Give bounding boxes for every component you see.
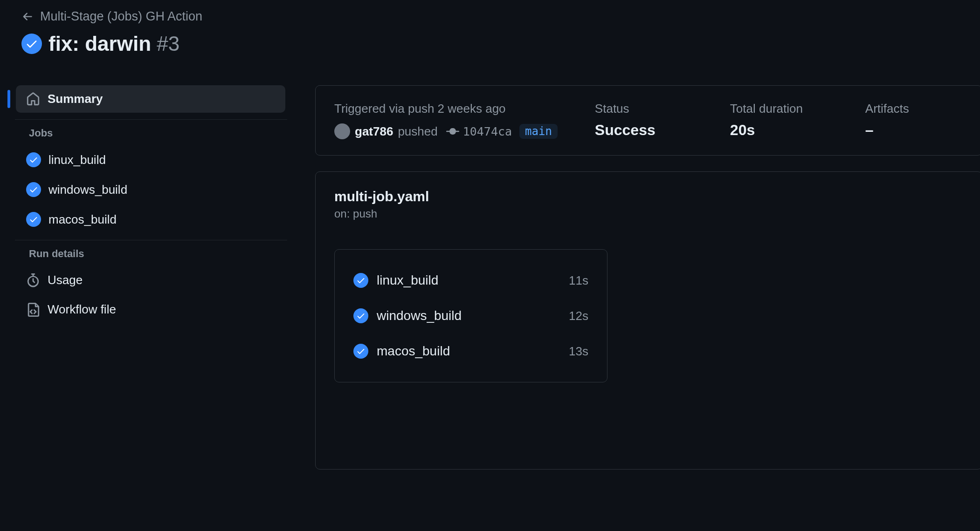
breadcrumb-workflow-name: Multi-Stage (Jobs) GH Action bbox=[40, 9, 202, 24]
file-code-icon bbox=[26, 303, 40, 317]
sidebar-workflow-file[interactable]: Workflow file bbox=[16, 296, 285, 323]
job-row-macos_build[interactable]: macos_build 13s bbox=[335, 334, 607, 369]
branch-badge[interactable]: main bbox=[519, 124, 558, 139]
artifacts-label: Artifacts bbox=[865, 102, 963, 116]
job-name: linux_build bbox=[377, 273, 560, 288]
sidebar-job-label: linux_build bbox=[48, 153, 106, 167]
job-row-linux_build[interactable]: linux_build 11s bbox=[335, 263, 607, 298]
job-duration: 12s bbox=[569, 309, 588, 323]
status-success-icon bbox=[353, 344, 368, 359]
sidebar-usage[interactable]: Usage bbox=[16, 266, 285, 294]
home-icon bbox=[26, 92, 40, 106]
status-success-icon bbox=[353, 273, 368, 288]
sidebar-job-linux_build[interactable]: linux_build bbox=[16, 146, 285, 174]
sidebar-job-label: windows_build bbox=[48, 183, 127, 197]
pushed-word: pushed bbox=[398, 124, 437, 139]
commit-link[interactable]: 10474ca bbox=[446, 125, 512, 138]
status-success-icon bbox=[26, 182, 41, 197]
sidebar-job-label: macos_build bbox=[48, 212, 117, 227]
jobs-heading: Jobs bbox=[7, 120, 297, 146]
status-label: Status bbox=[595, 102, 693, 116]
sidebar: Summary Jobs linux_build windows_build m… bbox=[7, 68, 297, 470]
run-number: #3 bbox=[157, 32, 179, 55]
stopwatch-icon bbox=[26, 273, 40, 287]
breadcrumb[interactable]: Multi-Stage (Jobs) GH Action bbox=[21, 9, 959, 24]
sidebar-workflow-file-label: Workflow file bbox=[48, 302, 116, 317]
sidebar-summary[interactable]: Summary bbox=[16, 85, 285, 113]
commit-icon bbox=[446, 125, 459, 138]
artifacts-value: – bbox=[865, 122, 963, 139]
job-card: linux_build 11s windows_build 12s macos_… bbox=[334, 249, 607, 382]
job-duration: 13s bbox=[569, 344, 588, 359]
job-name: macos_build bbox=[377, 344, 560, 359]
status-success-icon bbox=[26, 212, 41, 227]
status-success-icon bbox=[26, 152, 41, 167]
run-title-row: fix: darwin #3 bbox=[21, 32, 959, 55]
triggered-text: Triggered via push 2 weeks ago bbox=[334, 102, 558, 116]
job-name: windows_build bbox=[377, 308, 560, 323]
job-duration: 11s bbox=[569, 273, 588, 288]
run-title: fix: darwin bbox=[48, 32, 151, 55]
run-details-heading: Run details bbox=[7, 240, 297, 266]
status-value: Success bbox=[595, 122, 693, 139]
commit-sha: 10474ca bbox=[463, 125, 512, 138]
status-success-icon bbox=[21, 34, 42, 54]
sidebar-job-windows_build[interactable]: windows_build bbox=[16, 176, 285, 204]
duration-label: Total duration bbox=[730, 102, 828, 116]
run-meta-panel: Triggered via push 2 weeks ago gat786 pu… bbox=[315, 85, 980, 156]
job-row-windows_build[interactable]: windows_build 12s bbox=[335, 298, 607, 334]
author-link[interactable]: gat786 bbox=[355, 124, 393, 139]
avatar[interactable] bbox=[334, 123, 350, 139]
status-success-icon bbox=[353, 308, 368, 323]
sidebar-job-macos_build[interactable]: macos_build bbox=[16, 205, 285, 233]
arrow-left-icon bbox=[21, 11, 34, 23]
workflow-file-name: multi-job.yaml bbox=[334, 189, 963, 204]
workflow-panel: multi-job.yaml on: push linux_build 11s … bbox=[315, 171, 980, 470]
workflow-on: on: push bbox=[334, 207, 963, 220]
duration-value: 20s bbox=[730, 122, 828, 139]
sidebar-usage-label: Usage bbox=[48, 273, 83, 287]
sidebar-summary-label: Summary bbox=[48, 92, 103, 106]
